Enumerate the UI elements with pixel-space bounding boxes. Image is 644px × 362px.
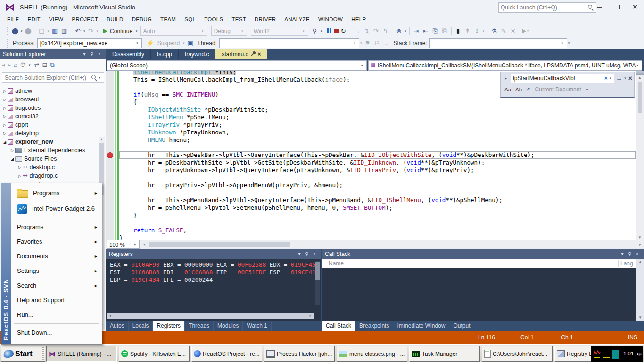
code-line[interactable]: IObjectWithSite *pDeskbarWithSite;: [106, 106, 644, 114]
uncomment-icon[interactable]: ⎗: [440, 26, 449, 36]
registers-content[interactable]: EAX = 01C0AF90 EBX = 00000000 ECX = 00F6…: [106, 259, 321, 321]
code-line[interactable]: [106, 174, 644, 181]
suspend-button[interactable]: Suspend: [157, 40, 180, 47]
taskbar-button-menu-classes-png[interactable]: menu classes.png - ...: [337, 346, 407, 362]
search-icon[interactable]: [91, 74, 98, 81]
registers-vertical-scrollbar[interactable]: [315, 261, 320, 305]
expanded-arrow-icon[interactable]: ◢: [2, 140, 8, 144]
call-stack-title-bar[interactable]: Call Stack ▾ ⚲ ×: [322, 249, 644, 259]
collapsed-arrow-icon[interactable]: ▷: [2, 123, 8, 127]
menu-item-analyze[interactable]: ANALYZE: [280, 14, 314, 25]
switch-views-icon[interactable]: ⏱: [20, 61, 25, 69]
sync-icon[interactable]: ⇄: [34, 61, 40, 68]
scroll-left-icon[interactable]: ◂: [107, 313, 113, 319]
panel-tab-output[interactable]: Output: [449, 321, 474, 331]
window-position-dropdown-icon[interactable]: ▾: [81, 51, 88, 57]
code-line[interactable]: hr = pTrayPriv->lpVtbl->AppendMenuW(pTra…: [106, 181, 644, 189]
collapsed-arrow-icon[interactable]: ▷: [2, 98, 8, 102]
code-line[interactable]: hr = pTrayUnknown->lpVtbl->QueryInterfac…: [106, 166, 644, 174]
step-out-icon[interactable]: ↰: [380, 26, 390, 36]
panel-tab-immediate-window[interactable]: Immediate Window: [393, 321, 449, 331]
undo-dropdown[interactable]: [83, 29, 85, 33]
start-menu-item-programs[interactable]: Programs►: [11, 185, 102, 201]
code-line[interactable]: IUnknown *pTrayUnknown;: [106, 129, 644, 136]
menu-item-sql[interactable]: SQL: [180, 14, 200, 25]
editor-horizontal-scrollbar[interactable]: ◂ ▸: [140, 240, 644, 248]
navigate-back-dropdown[interactable]: [21, 29, 23, 33]
find-history-dropdown[interactable]: [610, 76, 611, 80]
process-combo[interactable]: [0x1420] explorer_new.exe: [37, 38, 142, 48]
close-icon[interactable]: ×: [257, 49, 261, 59]
comment-icon[interactable]: ⎘: [430, 26, 440, 36]
code-line[interactable]: hr = This->pDeskBar->lpVtbl->QueryInterf…: [106, 151, 644, 159]
collapsed-arrow-icon[interactable]: ▷: [2, 132, 8, 136]
splitter-handle[interactable]: [636, 71, 644, 75]
start-menu-item-favorites[interactable]: Favorites►: [11, 234, 102, 249]
close-icon[interactable]: ×: [634, 251, 641, 256]
breakpoint-gutter[interactable]: [106, 219, 114, 227]
scroll-up-icon[interactable]: ▲: [636, 260, 644, 264]
start-menu-item-search[interactable]: Search►: [11, 278, 102, 293]
find-scope-dropdown-icon[interactable]: [586, 88, 588, 91]
code-line[interactable]: hr = pShellMenu->lpVtbl->SetMenu(pShellM…: [106, 204, 644, 212]
breakpoint-icon[interactable]: [107, 152, 113, 158]
taskbar-grip[interactable]: [42, 347, 44, 360]
scroll-up-icon[interactable]: ▲: [636, 75, 644, 80]
column-name[interactable]: Name: [322, 260, 618, 267]
bookmark-dropdown[interactable]: [483, 29, 485, 33]
code-line[interactable]: [106, 189, 644, 197]
decrease-indent-icon[interactable]: ⇥: [412, 26, 421, 36]
code-line[interactable]: [106, 144, 644, 151]
breakpoint-gutter[interactable]: [106, 181, 114, 189]
close-button[interactable]: [626, 0, 644, 14]
scrollbar-thumb[interactable]: [149, 242, 290, 247]
breakpoint-gutter[interactable]: [106, 159, 114, 166]
breakpoint-settings-icon[interactable]: ⊜: [394, 26, 404, 36]
restore-button[interactable]: [608, 0, 626, 14]
panel-tab-modules[interactable]: Modules: [214, 321, 243, 331]
tab-fs-cpp[interactable]: fs.cpp: [151, 49, 179, 59]
registers-horizontal-scrollbar[interactable]: ◂ ▸: [107, 313, 314, 319]
solution-explorer-title-bar[interactable]: Solution Explorer ▾ ⚲ ×: [0, 49, 106, 59]
find-scope-dropdown[interactable]: Current Document: [535, 86, 581, 93]
code-line[interactable]: HMENU hmenu;: [106, 136, 644, 144]
scrollbar-thumb[interactable]: [315, 262, 320, 280]
auto-hide-pin-icon[interactable]: ⚲: [303, 251, 311, 256]
menu-item-window[interactable]: WINDOW: [314, 14, 347, 25]
paste-icon[interactable]: ▤: [37, 26, 47, 36]
whole-word-icon[interactable]: [515, 86, 522, 93]
suspend-dropdown[interactable]: [183, 41, 185, 45]
code-line[interactable]: }: [106, 212, 644, 219]
attach-dropdown[interactable]: [321, 29, 322, 33]
breakpoint-gutter[interactable]: [106, 76, 114, 83]
panel-tab-call-stack[interactable]: Call Stack: [322, 321, 355, 331]
solution-explorer-search-input[interactable]: Search Solution Explorer (Ctrl+;): [2, 72, 104, 83]
se-back-icon[interactable]: ◂: [2, 61, 5, 68]
collapsed-arrow-icon[interactable]: ▷: [2, 106, 8, 110]
save-icon[interactable]: ▦: [50, 26, 59, 36]
continue-button[interactable]: Continue: [110, 28, 132, 34]
toolbar-overflow[interactable]: [568, 41, 570, 45]
breakpoint-gutter[interactable]: [106, 166, 114, 174]
paste-dropdown[interactable]: [48, 29, 50, 33]
collapsed-arrow-icon[interactable]: ▷: [2, 115, 8, 119]
breakpoint-gutter[interactable]: [106, 83, 114, 91]
start-menu-item-run[interactable]: Run...: [11, 307, 102, 322]
start-menu-item-intel-power-gadget-2-6[interactable]: Intel Power Gadget 2.6: [11, 201, 102, 216]
properties-icon[interactable]: ⧉: [50, 61, 54, 69]
menu-item-project[interactable]: PROJECT: [68, 14, 103, 25]
registers-title-bar[interactable]: Registers ▾ ⚲ ×: [106, 249, 321, 259]
tree-item-atlnew[interactable]: ▷atlnew: [0, 87, 106, 95]
undo-icon[interactable]: ↶: [73, 26, 83, 36]
breakpoint-gutter[interactable]: [106, 189, 114, 197]
taskbar-button-process-hacker-joh[interactable]: Process Hacker [joh...: [264, 346, 335, 362]
toolbar-grip[interactable]: [7, 39, 8, 48]
stack-frame-combo[interactable]: [429, 38, 567, 48]
breakpoint-gutter[interactable]: [106, 106, 114, 114]
code-line[interactable]: hr = pDeskbarWithSite->lpVtbl->GetSite(p…: [106, 159, 644, 166]
tree-item-external-dependencies[interactable]: ▷External Dependencies: [0, 146, 106, 155]
member-dropdown[interactable]: IShellMenuCallbackImpl_CallbackSM(IShell…: [368, 60, 643, 71]
find-next-dropdown[interactable]: [624, 76, 626, 80]
clear-search-icon[interactable]: [604, 75, 608, 82]
close-icon[interactable]: [628, 74, 632, 82]
